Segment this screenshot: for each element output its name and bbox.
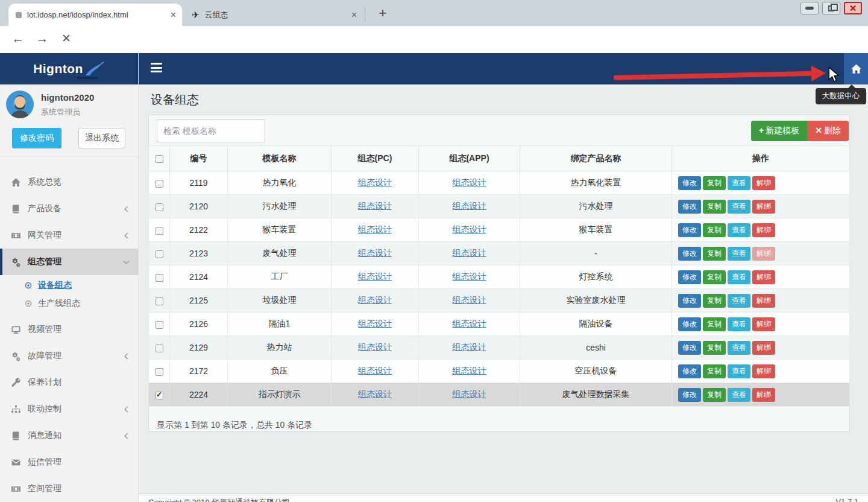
pc-config-link[interactable]: 组态设计 bbox=[358, 342, 392, 352]
action-unbind-button[interactable]: 解绑 bbox=[752, 247, 775, 261]
change-password-button[interactable]: 修改密码 bbox=[12, 128, 61, 148]
restore-button[interactable] bbox=[822, 2, 840, 14]
action-copy-button[interactable]: 复制 bbox=[703, 270, 726, 284]
tab-close-icon[interactable]: × bbox=[171, 10, 176, 20]
browser-tab-active[interactable]: iot.idosp.net/idosp/index.html × bbox=[8, 4, 182, 26]
pc-config-link[interactable]: 组态设计 bbox=[358, 201, 392, 211]
row-checkbox[interactable] bbox=[156, 368, 163, 376]
sidebar-item-link[interactable]: 短信管理 bbox=[0, 449, 138, 475]
action-edit-button[interactable]: 修改 bbox=[678, 223, 701, 237]
action-view-button[interactable]: 查看 bbox=[728, 294, 750, 308]
action-copy-button[interactable]: 复制 bbox=[703, 247, 726, 261]
big-data-center-button[interactable] bbox=[844, 53, 868, 84]
action-edit-button[interactable]: 修改 bbox=[678, 388, 701, 402]
sidebar-item-link[interactable]: 视频管理 bbox=[0, 316, 138, 343]
action-copy-button[interactable]: 复制 bbox=[703, 294, 726, 308]
search-input[interactable] bbox=[157, 119, 265, 142]
action-edit-button[interactable]: 修改 bbox=[678, 247, 701, 261]
app-config-link[interactable]: 组态设计 bbox=[453, 224, 486, 234]
sidebar-item-link[interactable]: 网关管理 bbox=[0, 222, 138, 249]
action-unbind-button[interactable]: 解绑 bbox=[752, 341, 775, 355]
stop-loading-button[interactable]: ✕ bbox=[58, 31, 75, 45]
action-edit-button[interactable]: 修改 bbox=[678, 317, 701, 331]
row-checkbox[interactable] bbox=[156, 345, 163, 352]
sidebar-item-link[interactable]: 消息通知 bbox=[0, 422, 138, 449]
row-checkbox[interactable] bbox=[156, 321, 163, 329]
new-template-button[interactable]: +新建模板 bbox=[751, 121, 807, 141]
app-config-link[interactable]: 组态设计 bbox=[453, 342, 486, 352]
action-copy-button[interactable]: 复制 bbox=[703, 200, 726, 214]
pc-config-link[interactable]: 组态设计 bbox=[358, 272, 392, 281]
sidebar-item-link[interactable]: 产品设备 bbox=[0, 195, 138, 222]
app-config-link[interactable]: 组态设计 bbox=[453, 389, 486, 399]
app-config-link[interactable]: 组态设计 bbox=[453, 272, 486, 281]
action-copy-button[interactable]: 复制 bbox=[703, 388, 726, 402]
row-checkbox[interactable] bbox=[156, 297, 163, 305]
select-all-checkbox[interactable] bbox=[156, 155, 163, 163]
action-edit-button[interactable]: 修改 bbox=[678, 364, 701, 378]
sidebar-subitem[interactable]: 生产线组态 bbox=[0, 294, 138, 313]
action-view-button[interactable]: 查看 bbox=[728, 200, 750, 214]
sidebar-item-link[interactable]: 空间管理 bbox=[0, 475, 138, 502]
new-tab-button[interactable]: + bbox=[374, 5, 392, 23]
action-view-button[interactable]: 查看 bbox=[728, 341, 750, 355]
sidebar-item-link[interactable]: 联动控制 bbox=[0, 396, 138, 422]
browser-tab-inactive[interactable]: ✈ 云组态 × bbox=[184, 4, 363, 26]
action-copy-button[interactable]: 复制 bbox=[703, 223, 726, 237]
row-checkbox[interactable] bbox=[156, 250, 163, 258]
row-checkbox[interactable] bbox=[156, 180, 163, 188]
app-config-link[interactable]: 组态设计 bbox=[453, 177, 486, 187]
action-edit-button[interactable]: 修改 bbox=[678, 200, 701, 214]
app-config-link[interactable]: 组态设计 bbox=[453, 248, 486, 258]
app-config-link[interactable]: 组态设计 bbox=[453, 366, 486, 375]
action-view-button[interactable]: 查看 bbox=[728, 247, 750, 261]
action-copy-button[interactable]: 复制 bbox=[703, 364, 726, 378]
action-view-button[interactable]: 查看 bbox=[728, 176, 750, 190]
app-config-link[interactable]: 组态设计 bbox=[453, 319, 486, 328]
action-unbind-button[interactable]: 解绑 bbox=[752, 388, 775, 402]
back-button[interactable]: ← bbox=[10, 31, 27, 46]
sidebar-subitem[interactable]: 设备组态 bbox=[0, 276, 138, 294]
action-edit-button[interactable]: 修改 bbox=[678, 341, 701, 355]
minimize-button[interactable] bbox=[800, 2, 819, 14]
app-config-link[interactable]: 组态设计 bbox=[453, 295, 486, 305]
action-unbind-button[interactable]: 解绑 bbox=[752, 223, 775, 237]
pc-config-link[interactable]: 组态设计 bbox=[358, 177, 392, 187]
action-unbind-button[interactable]: 解绑 bbox=[752, 200, 775, 214]
tab-close-icon[interactable]: × bbox=[351, 10, 357, 20]
pc-config-link[interactable]: 组态设计 bbox=[358, 224, 392, 234]
action-unbind-button[interactable]: 解绑 bbox=[752, 270, 775, 284]
sidebar-item-link[interactable]: 保养计划 bbox=[0, 369, 138, 396]
logout-button[interactable]: 退出系统 bbox=[78, 128, 125, 148]
pc-config-link[interactable]: 组态设计 bbox=[358, 295, 392, 305]
action-view-button[interactable]: 查看 bbox=[728, 317, 750, 331]
close-button[interactable]: ✕ bbox=[844, 2, 862, 14]
sidebar-item-link[interactable]: 系统总览 bbox=[0, 169, 138, 195]
action-edit-button[interactable]: 修改 bbox=[678, 270, 701, 284]
pc-config-link[interactable]: 组态设计 bbox=[358, 366, 392, 375]
pc-config-link[interactable]: 组态设计 bbox=[358, 319, 392, 328]
action-unbind-button[interactable]: 解绑 bbox=[752, 317, 775, 331]
action-view-button[interactable]: 查看 bbox=[728, 364, 750, 378]
action-copy-button[interactable]: 复制 bbox=[703, 341, 726, 355]
action-view-button[interactable]: 查看 bbox=[728, 388, 750, 402]
action-edit-button[interactable]: 修改 bbox=[678, 294, 701, 308]
row-checkbox[interactable] bbox=[156, 227, 163, 235]
row-checkbox[interactable] bbox=[156, 274, 163, 282]
action-unbind-button[interactable]: 解绑 bbox=[752, 364, 775, 378]
row-checkbox[interactable] bbox=[156, 203, 163, 211]
pc-config-link[interactable]: 组态设计 bbox=[358, 389, 392, 399]
action-view-button[interactable]: 查看 bbox=[728, 270, 750, 284]
delete-button[interactable]: ✕删除 bbox=[807, 121, 849, 141]
row-checkbox[interactable] bbox=[156, 392, 163, 399]
forward-button[interactable]: → bbox=[34, 31, 51, 46]
menu-toggle-icon[interactable] bbox=[151, 63, 162, 74]
action-copy-button[interactable]: 复制 bbox=[703, 317, 726, 331]
sidebar-item-link[interactable]: 故障管理 bbox=[0, 343, 138, 369]
action-edit-button[interactable]: 修改 bbox=[678, 176, 701, 190]
action-copy-button[interactable]: 复制 bbox=[703, 176, 726, 190]
action-unbind-button[interactable]: 解绑 bbox=[752, 294, 775, 308]
sidebar-item-active[interactable]: 组态管理 bbox=[0, 249, 138, 275]
app-config-link[interactable]: 组态设计 bbox=[453, 201, 486, 211]
action-unbind-button[interactable]: 解绑 bbox=[752, 176, 775, 190]
